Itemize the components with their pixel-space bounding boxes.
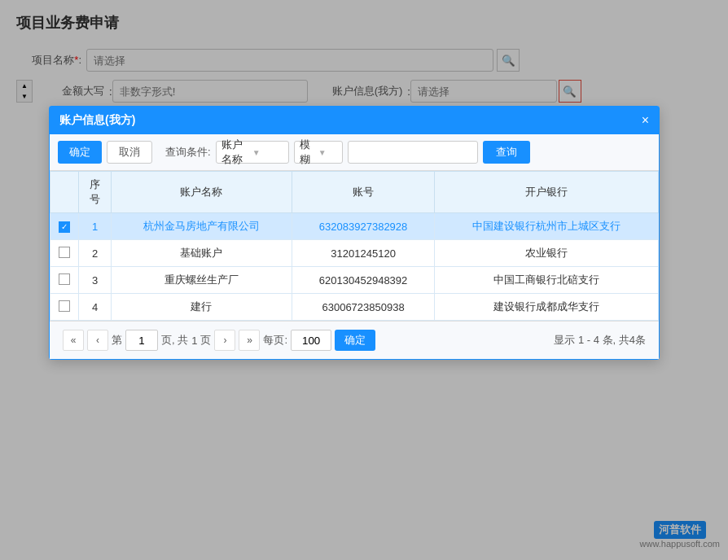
prev-page-button[interactable]: ‹ [87, 330, 108, 351]
page-container: 项目业务费申请 项目名称*: 🔍 ▲ ▼ 金额大写: 账户信息(我方) [0, 0, 728, 560]
modal-confirm-button[interactable]: 确定 [58, 141, 102, 164]
page-confirm-button[interactable]: 确定 [335, 330, 375, 351]
mode-dropdown[interactable]: 模糊 ▼ [294, 141, 343, 164]
modal-title: 账户信息(我方) [59, 113, 135, 128]
row-bank: 中国建设银行杭州市上城区支行 [435, 213, 659, 240]
row-bank: 农业银行 [435, 240, 659, 267]
row-checkbox-cell[interactable] [50, 213, 79, 240]
col-seq: 序号 [79, 172, 112, 213]
page-total-label: 页, 共 [161, 333, 188, 348]
first-page-button[interactable]: « [63, 330, 84, 351]
row-name: 重庆螺丝生产厂 [112, 267, 292, 294]
row-bank: 建设银行成都成华支行 [435, 294, 659, 321]
query-input[interactable] [348, 141, 478, 164]
row-account: 31201245120 [292, 240, 434, 267]
field-dropdown-value: 账户名称 [221, 138, 252, 167]
display-count: 显示 1 - 4 条, 共4条 [554, 333, 646, 348]
total-pages-value: 1 [191, 335, 197, 347]
last-page-button[interactable]: » [239, 330, 260, 351]
pagination-bar: « ‹ 第 页, 共 1 页 › » 每页: 确定 显示 1 - 4 条, 共4… [50, 321, 659, 359]
col-name: 账户名称 [112, 172, 292, 213]
row-name: 基础账户 [112, 240, 292, 267]
row-checkbox-cell[interactable] [50, 240, 79, 267]
total-pages-unit: 页 [200, 333, 211, 348]
row-seq: 4 [79, 294, 112, 321]
modal-cancel-button[interactable]: 取消 [107, 141, 152, 164]
table-row[interactable]: 2 基础账户 31201245120 农业银行 [50, 240, 659, 267]
accounts-table: 序号 账户名称 账号 开户银行 1 杭州金马房地产有限公司 6320839273… [50, 171, 659, 321]
row-checkbox-cell[interactable] [50, 267, 79, 294]
row-checkbox[interactable] [59, 221, 70, 233]
modal-close-button[interactable]: × [642, 114, 649, 127]
modal-dialog: 账户信息(我方) × 确定 取消 查询条件: 账户名称 ▼ 模糊 ▼ 查询 [49, 106, 660, 360]
col-bank: 开户银行 [435, 172, 659, 213]
row-checkbox[interactable] [59, 300, 70, 312]
row-account: 620130452948392 [292, 267, 434, 294]
col-checkbox [50, 172, 79, 213]
per-page-label: 每页: [263, 333, 287, 348]
field-dropdown[interactable]: 账户名称 ▼ [216, 141, 289, 164]
query-button[interactable]: 查询 [483, 141, 530, 164]
next-page-button[interactable]: › [214, 330, 235, 351]
col-account: 账号 [292, 172, 434, 213]
row-bank: 中国工商银行北碚支行 [435, 267, 659, 294]
row-checkbox-cell[interactable] [50, 294, 79, 321]
query-condition-label: 查询条件: [165, 145, 211, 160]
modal-toolbar: 确定 取消 查询条件: 账户名称 ▼ 模糊 ▼ 查询 [50, 134, 659, 171]
page-number-input[interactable] [125, 330, 158, 351]
row-seq: 2 [79, 240, 112, 267]
field-dropdown-arrow: ▼ [252, 148, 283, 157]
row-checkbox[interactable] [59, 273, 70, 285]
table-row[interactable]: 3 重庆螺丝生产厂 620130452948392 中国工商银行北碚支行 [50, 267, 659, 294]
table-row[interactable]: 1 杭州金马房地产有限公司 632083927382928 中国建设银行杭州市上… [50, 213, 659, 240]
row-seq: 3 [79, 267, 112, 294]
row-account: 63006723850938 [292, 294, 434, 321]
row-name: 建行 [112, 294, 292, 321]
modal-header: 账户信息(我方) × [50, 107, 659, 134]
page-prefix-label: 第 [112, 333, 122, 348]
page-controls: « ‹ 第 页, 共 1 页 › » 每页: 确定 [63, 330, 375, 351]
row-name: 杭州金马房地产有限公司 [112, 213, 292, 240]
mode-dropdown-arrow: ▼ [318, 148, 337, 157]
mode-dropdown-value: 模糊 [300, 138, 318, 167]
row-seq: 1 [79, 213, 112, 240]
table-header-row: 序号 账户名称 账号 开户银行 [50, 172, 659, 213]
table-row[interactable]: 4 建行 63006723850938 建设银行成都成华支行 [50, 294, 659, 321]
page-size-input[interactable] [291, 330, 331, 351]
row-account: 632083927382928 [292, 213, 434, 240]
row-checkbox[interactable] [59, 247, 70, 258]
modal-table-area: 序号 账户名称 账号 开户银行 1 杭州金马房地产有限公司 6320839273… [50, 171, 659, 321]
